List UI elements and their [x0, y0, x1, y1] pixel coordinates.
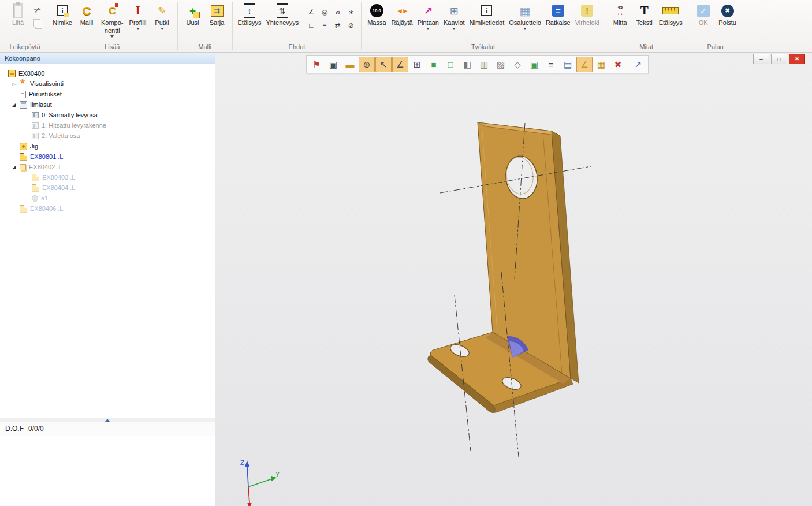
panel-splitter[interactable]	[0, 418, 215, 422]
item-data-icon: i	[481, 5, 492, 16]
kaaviot-button[interactable]: ⊞ Kaaviot	[441, 2, 467, 32]
rajayta-button[interactable]: ◄► Räjäytä	[389, 2, 415, 27]
sarja-button[interactable]: ⇉ Sarja	[205, 2, 229, 27]
drawing-sheet-icon[interactable]: ▦	[593, 57, 609, 72]
new-model-icon: +	[185, 3, 200, 18]
profiili-button[interactable]: I Profiili	[126, 2, 150, 32]
tree-item-ex80400[interactable]: EX80400	[0, 68, 215, 79]
edge-select-icon[interactable]: ∠	[392, 57, 408, 72]
subassembly-icon	[20, 164, 26, 170]
button-label: Nimike	[53, 19, 72, 27]
tree-item-ex80406[interactable]: EX80406 .L	[0, 203, 215, 214]
ribbon-group-tools: 10.0 Massa ◄► Räjäytä ↗ Pintaan ⊞ Kaavio…	[362, 0, 604, 52]
tangent-icon[interactable]: ⊘	[345, 19, 357, 31]
nimiketiedot-button[interactable]: i Nimiketiedot	[467, 2, 507, 27]
maximize-button[interactable]: □	[771, 54, 787, 64]
cut-button[interactable]: ✂	[31, 4, 44, 16]
close-button[interactable]: ✖	[789, 54, 805, 64]
expander-icon[interactable]	[11, 102, 17, 107]
expander-icon[interactable]	[11, 81, 17, 87]
angle-icon[interactable]: ∠	[305, 6, 317, 18]
export-view-icon[interactable]: ↗	[630, 57, 646, 72]
massa-button[interactable]: 10.0 Massa	[364, 2, 389, 27]
tree-item-label: Visualisointi	[30, 80, 64, 87]
dimension-icon: 45	[613, 5, 628, 17]
teksti-button[interactable]: T Teksti	[632, 2, 657, 27]
uusi-button[interactable]: + Uusi	[181, 2, 205, 27]
splitter-handle-icon[interactable]	[105, 419, 110, 422]
tree-item-visualisointi[interactable]: Visualisointi	[0, 79, 215, 89]
button-label: Teksti	[636, 19, 653, 27]
concentric-icon[interactable]: ◎	[318, 6, 330, 18]
y-axis-label: Y	[275, 471, 280, 478]
halfshade-cube-icon[interactable]: ◧	[459, 57, 475, 72]
swap-icon[interactable]: ⇄	[331, 19, 344, 31]
pintaan-button[interactable]: ↗ Pintaan	[415, 2, 441, 32]
viewport-canvas[interactable]: Z Y	[215, 53, 812, 506]
snap-select-icon[interactable]: ⊕	[359, 57, 375, 72]
tree-item-rep-2[interactable]: 2: Valettu osa	[0, 131, 215, 141]
measure-ruler-icon[interactable]: ▬	[342, 57, 358, 72]
delete-view-icon[interactable]: ✖	[610, 57, 626, 72]
dropdown-arrow-icon	[452, 28, 456, 32]
area-select-icon[interactable]: ⊞	[409, 57, 425, 72]
copy-button[interactable]	[31, 18, 44, 29]
nimike-button[interactable]: i Nimike	[50, 2, 75, 27]
tree-item-ex80402[interactable]: EX80402 .L	[0, 162, 215, 172]
tree-item-label: 0: Särmätty levyosa	[42, 111, 98, 118]
constraint-mini-buttons: ∠ ◎ ⌀ ∗ ∟ ≡ ⇄ ⊘	[305, 6, 357, 31]
putki-button[interactable]: ✎ Putki	[150, 2, 174, 32]
part-icon	[20, 205, 27, 213]
expander-icon[interactable]	[11, 165, 17, 170]
komponentti-button[interactable]: C Kompo- nentti	[99, 2, 126, 39]
perpendicular-icon[interactable]: ∟	[305, 19, 317, 31]
cursor-select-icon[interactable]: ↖	[375, 57, 392, 72]
mitta-button[interactable]: 45 Mitta	[608, 2, 632, 27]
copy-view-icon[interactable]: ▤	[560, 57, 576, 72]
error-log-icon: !	[581, 5, 593, 17]
osaluettelo-button[interactable]: ▦ Osaluettelo	[506, 2, 543, 32]
tree-item-ex80801[interactable]: EX80801 .L	[0, 151, 215, 162]
hatch-cube-icon[interactable]: ▨	[493, 57, 509, 72]
pin-icon[interactable]: ⚑	[308, 57, 325, 72]
dropdown-arrow-icon	[426, 28, 430, 32]
minimize-button[interactable]: –	[753, 54, 769, 64]
diameter-icon[interactable]: ⌀	[331, 6, 344, 18]
tree-item-rep-0[interactable]: 0: Särmätty levyosa	[0, 110, 215, 120]
tree-item-ex80403[interactable]: EX80403 .L	[0, 172, 215, 183]
tree-item-ex80404[interactable]: EX80404 .L	[0, 183, 215, 193]
dof-value: 0/0/0	[28, 425, 44, 433]
3d-viewport[interactable]: Z Y ⚑ ▣ ▬ ⊕ ↖ ∠ ⊞ ■ □ ◧ ▥	[215, 53, 812, 506]
tree-item-jig[interactable]: Jig	[0, 141, 215, 151]
virheloki-button[interactable]: ! Virheloki	[573, 2, 602, 27]
l-bracket-model[interactable]	[428, 122, 579, 413]
yhtenevyys-button[interactable]: ⇅ Yhtenevyys	[264, 2, 301, 27]
transparent-cube-icon[interactable]: □	[442, 57, 459, 72]
iso-cube-icon[interactable]: ◇	[509, 57, 526, 72]
button-label: Nimiketiedot	[470, 19, 505, 27]
wireframe-cube-icon[interactable]: ▥	[476, 57, 492, 72]
feature-list-icon[interactable]: ≡	[543, 57, 559, 72]
malli-button[interactable]: C Malli	[75, 2, 99, 27]
poistu-button[interactable]: ✖ Poistu	[716, 2, 740, 27]
shaded-cube-icon[interactable]: ■	[426, 57, 442, 72]
tree-item-label: Piirustukset	[29, 91, 62, 98]
z-axis-label: Z	[240, 459, 244, 466]
tree-item-ilmiasut[interactable]: Ilmiasut	[0, 99, 215, 110]
etaisyys-measure-button[interactable]: Etäisyys	[657, 2, 685, 27]
item-info-icon: i	[57, 5, 68, 16]
sheetmetal-bend-icon[interactable]: ∠	[576, 57, 593, 72]
tree-item-a1[interactable]: a1	[0, 193, 215, 203]
paste-button[interactable]: Liitä	[6, 2, 30, 27]
button-label: Mitta	[613, 19, 627, 27]
button-label: Uusi	[187, 19, 199, 27]
tree-item-rep-1[interactable]: 1: Hitsattu levyrakenne	[0, 120, 215, 131]
zoom-area-icon[interactable]: ▣	[325, 57, 341, 72]
checked-cube-icon[interactable]: ▣	[526, 57, 542, 72]
pattern-icon[interactable]: ∗	[345, 6, 357, 18]
parallel-icon[interactable]: ≡	[318, 19, 330, 31]
etaisyys-constraint-button[interactable]: ↕ Etäisyys	[236, 2, 264, 27]
ok-button[interactable]: ✓ OK	[691, 2, 716, 27]
tree-item-piirustukset[interactable]: Piirustukset	[0, 89, 215, 99]
ratkaise-button[interactable]: = Ratkaise	[543, 2, 573, 27]
